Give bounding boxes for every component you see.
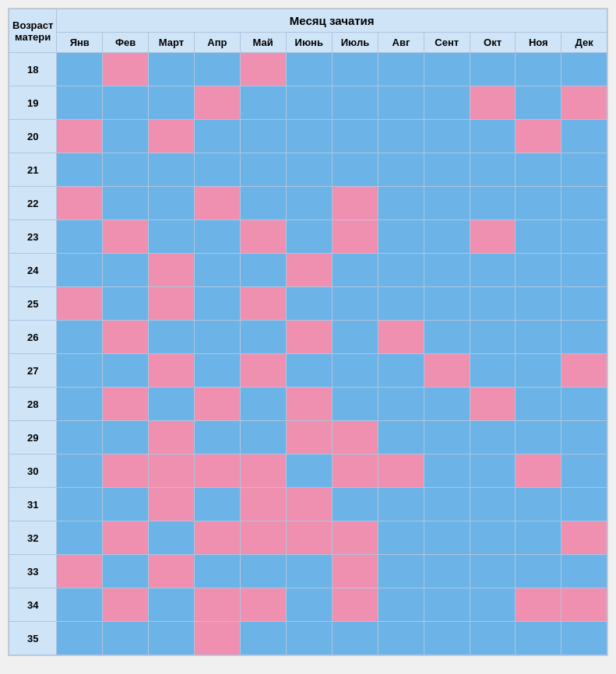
table-row: 21 bbox=[9, 153, 607, 187]
gender-cell bbox=[57, 287, 103, 321]
gender-cell bbox=[195, 388, 241, 421]
gender-cell bbox=[332, 521, 378, 555]
gender-cell bbox=[103, 521, 149, 555]
age-cell: 35 bbox=[9, 622, 57, 655]
gender-cell bbox=[57, 622, 103, 655]
gender-cell bbox=[57, 53, 103, 86]
gender-cell bbox=[561, 588, 607, 622]
gender-cell bbox=[470, 455, 516, 488]
gender-cell bbox=[240, 220, 286, 254]
gender-cell bbox=[103, 287, 149, 321]
gender-cell bbox=[103, 555, 149, 588]
gender-cell bbox=[286, 455, 332, 488]
gender-cell bbox=[286, 622, 332, 655]
gender-cell bbox=[148, 153, 194, 187]
gender-cell bbox=[378, 622, 424, 655]
gender-cell bbox=[286, 488, 332, 521]
gender-cell bbox=[57, 521, 103, 555]
gender-cell bbox=[240, 622, 286, 655]
gender-cell bbox=[195, 588, 241, 622]
gender-cell bbox=[470, 521, 516, 555]
age-cell: 24 bbox=[9, 254, 57, 287]
gender-cell bbox=[561, 120, 607, 153]
gender-cell bbox=[195, 254, 241, 287]
age-cell: 30 bbox=[9, 455, 57, 488]
month-header-Март: Март bbox=[148, 33, 194, 53]
gender-cell bbox=[195, 622, 241, 655]
gender-cell bbox=[470, 421, 516, 455]
gender-cell bbox=[516, 455, 561, 488]
gender-cell bbox=[470, 220, 516, 254]
gender-cell bbox=[57, 488, 103, 521]
gender-cell bbox=[332, 86, 378, 120]
gender-cell bbox=[424, 588, 470, 622]
gender-cell bbox=[470, 187, 516, 220]
gender-cell bbox=[195, 488, 241, 521]
gender-cell bbox=[286, 287, 332, 321]
gender-cell bbox=[240, 287, 286, 321]
gender-cell bbox=[148, 622, 194, 655]
gender-cell bbox=[195, 86, 241, 120]
gender-cell bbox=[424, 455, 470, 488]
gender-cell bbox=[424, 187, 470, 220]
gender-cell bbox=[286, 86, 332, 120]
gender-cell bbox=[561, 488, 607, 521]
gender-cell bbox=[286, 521, 332, 555]
table-row: 19 bbox=[9, 86, 607, 120]
gender-cell bbox=[57, 86, 103, 120]
gender-cell bbox=[378, 120, 424, 153]
gender-cell bbox=[378, 53, 424, 86]
gender-cell bbox=[240, 321, 286, 354]
gender-cell bbox=[148, 521, 194, 555]
gender-cell bbox=[332, 220, 378, 254]
gender-cell bbox=[561, 421, 607, 455]
gender-cell bbox=[561, 555, 607, 588]
gender-cell bbox=[240, 488, 286, 521]
gender-cell bbox=[332, 588, 378, 622]
gender-cell bbox=[195, 555, 241, 588]
gender-cell bbox=[424, 622, 470, 655]
gender-cell bbox=[195, 455, 241, 488]
month-header-Янв: Янв bbox=[57, 33, 103, 53]
gender-cell bbox=[103, 153, 149, 187]
table-row: 26 bbox=[9, 321, 607, 354]
gender-cell bbox=[378, 488, 424, 521]
gender-cell bbox=[332, 187, 378, 220]
gender-cell bbox=[240, 555, 286, 588]
table-row: 25 bbox=[9, 287, 607, 321]
table-row: 22 bbox=[9, 187, 607, 220]
gender-cell bbox=[378, 521, 424, 555]
gender-cell bbox=[424, 53, 470, 86]
gender-cell bbox=[332, 421, 378, 455]
gender-cell bbox=[516, 588, 561, 622]
table-row: 29 bbox=[9, 421, 607, 455]
gender-cell bbox=[561, 354, 607, 388]
gender-cell bbox=[103, 455, 149, 488]
gender-cell bbox=[103, 220, 149, 254]
gender-cell bbox=[424, 555, 470, 588]
gender-cell bbox=[516, 120, 561, 153]
gender-cell bbox=[148, 555, 194, 588]
gender-cell bbox=[240, 187, 286, 220]
table-row: 20 bbox=[9, 120, 607, 153]
gender-cell bbox=[470, 254, 516, 287]
gender-cell bbox=[57, 588, 103, 622]
gender-cell bbox=[195, 521, 241, 555]
gender-cell bbox=[516, 354, 561, 388]
gender-cell bbox=[57, 388, 103, 421]
month-header-Окт: Окт bbox=[470, 33, 516, 53]
gender-cell bbox=[103, 388, 149, 421]
age-cell: 19 bbox=[9, 86, 57, 120]
gender-cell bbox=[57, 220, 103, 254]
gender-cell bbox=[378, 86, 424, 120]
gender-cell bbox=[516, 53, 561, 86]
table-row: 30 bbox=[9, 455, 607, 488]
gender-cell bbox=[286, 421, 332, 455]
age-cell: 28 bbox=[9, 388, 57, 421]
gender-cell bbox=[103, 488, 149, 521]
gender-cell bbox=[148, 388, 194, 421]
age-header: Возрастматери bbox=[9, 9, 57, 53]
month-header-Сент: Сент bbox=[424, 33, 470, 53]
gender-cell bbox=[195, 354, 241, 388]
month-header-Май: Май bbox=[240, 33, 286, 53]
